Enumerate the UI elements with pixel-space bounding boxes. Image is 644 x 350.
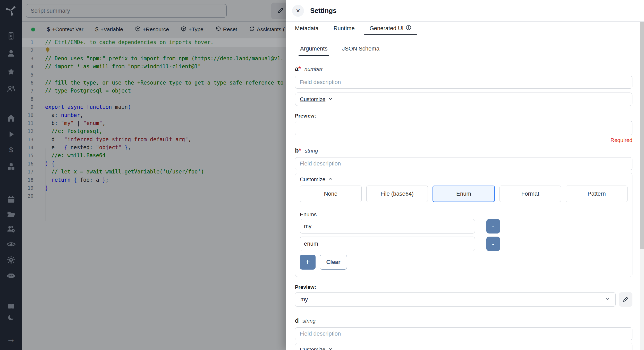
field-a-preview-input[interactable]	[295, 121, 632, 135]
subtab-label: JSON Schema	[342, 45, 379, 52]
close-button[interactable]: ×	[292, 5, 304, 17]
field-d-customize-toggle[interactable]: Customize	[300, 346, 628, 350]
option-format-button[interactable]: Format	[499, 186, 561, 202]
field-name: d	[295, 317, 299, 324]
subtab-json-schema[interactable]: JSON Schema	[342, 41, 379, 56]
settings-panel: × Settings Metadata Runtime Generated UI	[286, 0, 644, 350]
field-b-customize-box: Customize None File (base64) Enum Format…	[295, 173, 632, 277]
field-type: number	[304, 66, 323, 72]
field-b-customize-toggle[interactable]: Customize	[300, 176, 628, 182]
panel-content: Arguments JSON Schema a* number Customiz…	[286, 41, 644, 350]
field-a-preview-label: Preview:	[295, 113, 632, 119]
selected-value: my	[300, 296, 605, 303]
app-window: $	[0, 0, 644, 350]
field-a-customize-box: Customize	[295, 93, 632, 106]
chevron-up-icon	[328, 176, 333, 182]
field-d-label: d string	[295, 317, 632, 324]
field-b-preview-label: Preview:	[295, 284, 632, 290]
scrollbar-thumb[interactable]	[640, 22, 644, 249]
field-b-label: b* string	[295, 147, 632, 154]
field-a-description-input[interactable]	[295, 76, 632, 89]
customize-link: Customize	[300, 346, 325, 350]
panel-header: × Settings	[286, 0, 644, 22]
enums-label: Enums	[300, 211, 628, 218]
option-enum-button[interactable]: Enum	[433, 186, 495, 202]
active-line-highlight	[22, 38, 286, 47]
field-name: a*	[295, 65, 301, 72]
customize-link: Customize	[300, 96, 325, 102]
chevron-down-icon	[328, 96, 333, 102]
enum-value-input[interactable]	[300, 219, 475, 234]
chevron-down-icon	[605, 296, 610, 303]
field-b-description-input[interactable]	[295, 157, 632, 170]
enum-row: -	[300, 237, 628, 251]
option-file-base64-button[interactable]: File (base64)	[366, 186, 428, 202]
subtab-arguments[interactable]: Arguments	[300, 41, 327, 56]
option-none-button[interactable]: None	[300, 186, 362, 202]
panel-scrollbar[interactable]	[640, 22, 644, 350]
field-type: string	[305, 148, 318, 154]
chevron-down-icon	[328, 346, 333, 350]
field-b-preview-row: my	[295, 292, 632, 307]
field-b-options: None File (base64) Enum Format Pattern	[300, 186, 628, 202]
tab-runtime[interactable]: Runtime	[334, 22, 355, 35]
remove-enum-button[interactable]: -	[486, 237, 500, 251]
settings-tabs: Metadata Runtime Generated UI	[286, 22, 644, 35]
enum-value-input[interactable]	[300, 237, 475, 251]
pencil-icon	[622, 296, 629, 303]
customize-link: Customize	[300, 176, 325, 182]
required-asterisk: *	[299, 147, 301, 154]
option-pattern-button[interactable]: Pattern	[566, 186, 628, 202]
tab-label: Runtime	[334, 25, 355, 32]
field-b-preview-select[interactable]: my	[295, 292, 616, 307]
tab-label: Generated UI	[370, 25, 404, 32]
add-enum-button[interactable]: +	[300, 255, 316, 270]
field-a-customize-toggle[interactable]: Customize	[300, 96, 628, 102]
enum-row: -	[300, 219, 628, 234]
field-d-customize-box: Customize	[295, 343, 632, 350]
tab-metadata[interactable]: Metadata	[295, 22, 319, 35]
generated-ui-subtabs: Arguments JSON Schema	[295, 41, 632, 56]
remove-enum-button[interactable]: -	[486, 219, 500, 234]
tab-generated-ui[interactable]: Generated UI	[370, 22, 411, 35]
subtab-label: Arguments	[300, 45, 327, 52]
field-a-required-error: Required	[295, 137, 632, 143]
field-name: b*	[295, 147, 301, 154]
drawer-backdrop[interactable]	[0, 0, 286, 350]
required-asterisk: *	[298, 65, 301, 72]
edit-preview-button[interactable]	[619, 292, 632, 307]
field-d-description-input[interactable]	[295, 327, 632, 340]
panel-title: Settings	[310, 7, 337, 15]
clear-enums-button[interactable]: Clear	[320, 255, 347, 270]
enum-actions: + Clear	[300, 255, 628, 272]
tab-label: Metadata	[295, 25, 319, 32]
info-icon	[406, 25, 411, 32]
field-a-label: a* number	[295, 65, 632, 72]
field-type: string	[302, 318, 316, 324]
